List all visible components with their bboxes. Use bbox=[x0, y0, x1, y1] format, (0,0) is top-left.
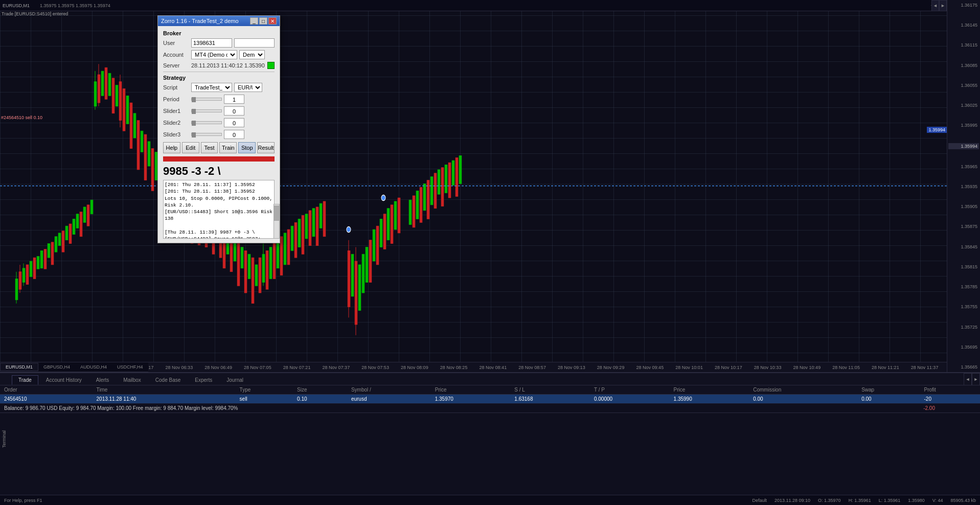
svg-rect-43 bbox=[148, 142, 150, 166]
col-tp: T / P bbox=[590, 385, 670, 395]
nav-arrows: ◄ ► bbox=[931, 0, 947, 11]
help-button[interactable]: Help bbox=[163, 142, 180, 153]
stop-button[interactable]: Stop bbox=[238, 142, 256, 153]
tab-alerts[interactable]: Alerts bbox=[89, 375, 116, 385]
svg-rect-70 bbox=[244, 250, 247, 293]
svg-rect-102 bbox=[369, 240, 372, 283]
tab-journal[interactable]: Journal bbox=[220, 375, 250, 385]
svg-rect-23 bbox=[87, 205, 89, 226]
account-mode-select[interactable]: Demo bbox=[239, 50, 265, 59]
chart-symbol: EURUSD,M1 bbox=[3, 3, 30, 8]
svg-rect-105 bbox=[380, 219, 382, 247]
col-commission: Commission bbox=[749, 385, 857, 395]
nav-right[interactable]: ► bbox=[939, 0, 947, 11]
tab-scroll-left[interactable]: ◄ bbox=[964, 373, 972, 385]
server-row: Server 28.11.2013 11:40:12 1.35390 bbox=[163, 62, 275, 69]
slider2-value: 0 bbox=[224, 118, 244, 127]
slider1-track bbox=[191, 109, 222, 112]
terminal-label: Terminal bbox=[2, 430, 7, 448]
log-line-2: Lots 10, Stop 0.0000, PIPCost 0.1000, Ri… bbox=[165, 195, 273, 209]
cell-price: 1.35970 bbox=[431, 395, 511, 404]
log-line-5: [Thu 28.11. 11:39] 9987 +0 -3 \ bbox=[165, 229, 273, 236]
tab-experts[interactable]: Experts bbox=[188, 375, 219, 385]
period-slider-container: 1 bbox=[191, 95, 275, 104]
tab-code-base[interactable]: Code Base bbox=[149, 375, 187, 385]
svg-rect-36 bbox=[123, 89, 125, 131]
account-type-select[interactable]: MT4 (Demo only) bbox=[191, 50, 237, 59]
chart-tab-audusd[interactable]: AUDUSD,H4 bbox=[75, 363, 112, 371]
col-swap: Swap bbox=[857, 385, 920, 395]
period-thumb[interactable] bbox=[192, 97, 196, 102]
table-row[interactable]: 24564510 2013.11.28 11:40 sell 0.10 euru… bbox=[0, 395, 980, 404]
cell-profit: -20 bbox=[920, 395, 980, 404]
chart-tab-usdchf[interactable]: USDCHF,H4 bbox=[112, 363, 148, 371]
svg-rect-71 bbox=[248, 254, 250, 279]
cell-tp: 0.00000 bbox=[590, 395, 670, 404]
tab-account-history[interactable]: Account History bbox=[39, 375, 88, 385]
svg-rect-17 bbox=[65, 226, 68, 240]
big-status: 9985 -3 -2 \ bbox=[163, 165, 275, 178]
slider2-thumb[interactable] bbox=[192, 121, 196, 126]
tab-trade[interactable]: Trade bbox=[12, 375, 38, 385]
script-select[interactable]: TradeTest_2 bbox=[191, 83, 232, 92]
log-scroll-thumb[interactable] bbox=[274, 205, 279, 221]
log-line-0: [201: Thu 28.11. 11:37] 1.35952 bbox=[165, 181, 273, 188]
col-price: Price bbox=[431, 385, 511, 395]
col-size: Size bbox=[293, 385, 347, 395]
svg-rect-6 bbox=[26, 265, 29, 285]
svg-rect-93 bbox=[323, 201, 326, 237]
dialog-maximize[interactable]: □ bbox=[259, 17, 267, 25]
col-time: Time bbox=[93, 385, 236, 395]
candles-area: .c-up { fill: #00bb00; stroke: #00bb00; … bbox=[0, 11, 947, 362]
slider1-value: 0 bbox=[224, 106, 244, 116]
svg-rect-100 bbox=[362, 254, 364, 293]
svg-rect-32 bbox=[112, 78, 115, 113]
svg-rect-14 bbox=[55, 237, 57, 252]
svg-rect-9 bbox=[37, 256, 39, 269]
svg-rect-78 bbox=[269, 247, 272, 279]
svg-rect-125 bbox=[459, 155, 462, 183]
cell-symbol: eurusd bbox=[347, 395, 431, 404]
asset-select[interactable]: EUR/USD bbox=[234, 83, 262, 92]
log-area[interactable]: [201: Thu 28.11. 11:37] 1.35952 [201: Th… bbox=[163, 180, 275, 239]
svg-rect-72 bbox=[252, 258, 254, 304]
slider1-thumb[interactable] bbox=[192, 109, 196, 114]
cell-size: 0.10 bbox=[293, 395, 347, 404]
svg-rect-89 bbox=[309, 211, 311, 246]
slider3-thumb[interactable] bbox=[192, 132, 196, 137]
svg-rect-85 bbox=[294, 222, 297, 258]
svg-rect-118 bbox=[434, 173, 437, 209]
chart-tab-eurusd[interactable]: EURUSD,M1 bbox=[0, 363, 38, 371]
tab-mailbox[interactable]: Mailbox bbox=[117, 375, 147, 385]
svg-rect-39 bbox=[133, 113, 136, 138]
progress-bar bbox=[163, 156, 275, 162]
svg-rect-120 bbox=[441, 168, 444, 206]
col-cur-price: Price bbox=[670, 385, 749, 395]
slider2-container: 0 bbox=[191, 118, 275, 127]
train-button[interactable]: Train bbox=[219, 142, 237, 153]
user-extra-input[interactable] bbox=[234, 38, 275, 48]
cell-order: 24564510 bbox=[0, 395, 93, 404]
slider3-value: 0 bbox=[224, 130, 244, 139]
svg-rect-69 bbox=[241, 247, 243, 268]
svg-rect-20 bbox=[76, 214, 79, 228]
nav-left[interactable]: ◄ bbox=[931, 0, 939, 11]
chart-tabs: EURUSD,M1 GBPUSD,H4 AUDUSD,H4 USDCHF,H4 bbox=[0, 362, 148, 372]
edit-button[interactable]: Edit bbox=[182, 142, 199, 153]
svg-rect-88 bbox=[305, 214, 308, 239]
dialog-title-buttons: _ □ ✕ bbox=[250, 17, 277, 25]
user-input[interactable] bbox=[191, 38, 232, 48]
log-scrollbar[interactable] bbox=[274, 204, 280, 239]
chart-tab-gbpusd[interactable]: GBPUSD,H4 bbox=[38, 363, 75, 371]
test-button[interactable]: Test bbox=[201, 142, 218, 153]
svg-rect-96 bbox=[351, 254, 354, 296]
svg-rect-103 bbox=[373, 229, 375, 261]
tab-scroll-right[interactable]: ► bbox=[972, 373, 980, 385]
bottom-panel: Terminal Trade Account History Alerts Ma… bbox=[0, 372, 980, 505]
chart-prices: 1.35975 1.35975 1.35975 1.35974 bbox=[40, 3, 110, 8]
svg-rect-113 bbox=[416, 191, 419, 219]
dialog-minimize[interactable]: _ bbox=[250, 17, 258, 25]
result-button[interactable]: Result bbox=[257, 142, 275, 153]
dialog-close[interactable]: ✕ bbox=[268, 17, 277, 25]
footer-high: H: 1.35961 bbox=[849, 498, 871, 503]
